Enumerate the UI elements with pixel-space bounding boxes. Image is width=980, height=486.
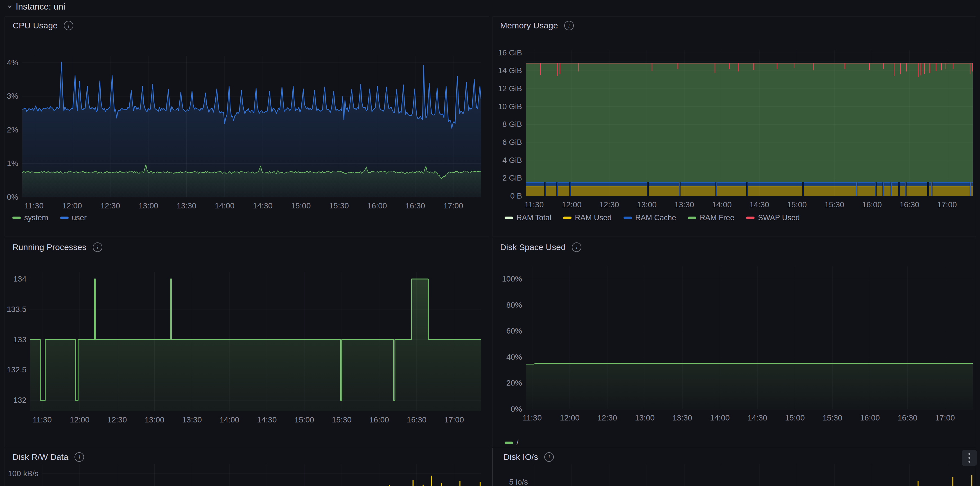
legend-item[interactable]: SWAP Used bbox=[746, 214, 800, 222]
svg-text:17:00: 17:00 bbox=[937, 200, 957, 209]
svg-text:133.5: 133.5 bbox=[7, 305, 26, 314]
legend-item[interactable]: / bbox=[504, 438, 519, 447]
disk-space-legend: / bbox=[504, 438, 519, 447]
svg-text:10 GiB: 10 GiB bbox=[498, 102, 522, 111]
legend-label: RAM Total bbox=[516, 214, 551, 222]
svg-text:11:30: 11:30 bbox=[525, 200, 544, 209]
svg-text:17:00: 17:00 bbox=[444, 201, 463, 210]
legend-color-swatch bbox=[504, 217, 513, 219]
panel-cpu-usage: CPU Usage i 0%1%2%3%4%11:3012:0012:3013:… bbox=[5, 16, 489, 237]
legend-item[interactable]: RAM Used bbox=[563, 214, 612, 222]
legend-item[interactable]: user bbox=[60, 214, 87, 222]
legend-color-swatch bbox=[60, 217, 68, 219]
legend-item[interactable]: RAM Cache bbox=[624, 214, 676, 222]
disk-io-chart[interactable]: 5 io/s bbox=[493, 448, 976, 486]
legend-item[interactable]: RAM Free bbox=[688, 214, 734, 222]
svg-text:12:00: 12:00 bbox=[62, 201, 82, 210]
legend-label: RAM Used bbox=[575, 214, 612, 222]
legend-color-swatch bbox=[504, 441, 513, 444]
svg-text:0%: 0% bbox=[511, 405, 522, 413]
svg-text:14:30: 14:30 bbox=[253, 201, 273, 210]
legend-label: SWAP Used bbox=[758, 214, 800, 222]
svg-text:13:00: 13:00 bbox=[635, 413, 654, 422]
svg-text:6 GiB: 6 GiB bbox=[503, 138, 522, 147]
disk-space-used-chart[interactable]: 0%20%40%60%80%100%11:3012:0012:3013:0013… bbox=[493, 238, 976, 447]
svg-text:11:30: 11:30 bbox=[24, 201, 44, 210]
legend-label: user bbox=[72, 214, 87, 222]
svg-text:16:30: 16:30 bbox=[407, 416, 426, 424]
svg-text:133: 133 bbox=[13, 335, 26, 344]
svg-text:1%: 1% bbox=[7, 159, 18, 167]
svg-text:16:00: 16:00 bbox=[862, 200, 881, 209]
svg-text:15:30: 15:30 bbox=[332, 416, 352, 424]
svg-text:13:00: 13:00 bbox=[138, 201, 158, 210]
svg-text:16:30: 16:30 bbox=[900, 200, 919, 209]
svg-text:16:00: 16:00 bbox=[367, 201, 387, 210]
svg-text:0%: 0% bbox=[7, 193, 18, 201]
svg-text:60%: 60% bbox=[506, 327, 522, 335]
svg-text:16:30: 16:30 bbox=[897, 413, 917, 422]
svg-text:11:30: 11:30 bbox=[33, 416, 52, 424]
svg-text:15:30: 15:30 bbox=[329, 201, 349, 210]
svg-text:14:30: 14:30 bbox=[257, 416, 277, 424]
running-processes-chart[interactable]: 132132.5133133.513411:3012:0012:3013:001… bbox=[5, 238, 489, 447]
svg-text:12:00: 12:00 bbox=[562, 200, 581, 209]
svg-text:16:30: 16:30 bbox=[406, 201, 425, 210]
svg-text:2%: 2% bbox=[7, 126, 18, 134]
svg-text:17:00: 17:00 bbox=[444, 416, 464, 424]
svg-text:13:30: 13:30 bbox=[675, 200, 694, 209]
panel-disk-rw-data: Disk R/W Data i 100 kB/s bbox=[5, 448, 489, 486]
cpu-usage-chart[interactable]: 0%1%2%3%4%11:3012:0012:3013:0013:3014:00… bbox=[5, 17, 489, 237]
legend-color-swatch bbox=[624, 217, 632, 219]
legend-color-swatch bbox=[563, 217, 571, 219]
svg-text:12:30: 12:30 bbox=[597, 413, 617, 422]
svg-text:15:30: 15:30 bbox=[824, 200, 844, 209]
svg-text:13:00: 13:00 bbox=[637, 200, 656, 209]
svg-text:40%: 40% bbox=[506, 353, 522, 362]
svg-text:12:00: 12:00 bbox=[70, 416, 89, 424]
legend-item[interactable]: system bbox=[13, 214, 48, 222]
svg-text:12 GiB: 12 GiB bbox=[498, 84, 522, 93]
svg-text:80%: 80% bbox=[506, 301, 522, 309]
svg-text:14:00: 14:00 bbox=[220, 416, 239, 424]
legend-label: system bbox=[24, 214, 48, 222]
svg-text:11:30: 11:30 bbox=[523, 413, 542, 422]
svg-text:12:30: 12:30 bbox=[107, 416, 127, 424]
legend-color-swatch bbox=[688, 217, 696, 219]
svg-text:12:30: 12:30 bbox=[599, 200, 619, 209]
cpu-legend: systemuser bbox=[13, 214, 87, 222]
svg-text:12:30: 12:30 bbox=[100, 201, 120, 210]
row-header-instance[interactable]: Instance: uni bbox=[7, 2, 65, 12]
svg-text:4%: 4% bbox=[7, 58, 18, 67]
svg-text:13:30: 13:30 bbox=[673, 413, 692, 422]
svg-text:100%: 100% bbox=[502, 274, 522, 283]
legend-item[interactable]: RAM Total bbox=[504, 214, 551, 222]
svg-text:15:00: 15:00 bbox=[785, 413, 805, 422]
legend-color-swatch bbox=[13, 217, 21, 219]
grafana-dashboard: Instance: uni CPU Usage i 0%1%2%3%4%11:3… bbox=[0, 0, 980, 486]
svg-text:132.5: 132.5 bbox=[7, 365, 26, 374]
svg-text:8 GiB: 8 GiB bbox=[503, 120, 522, 129]
panel-running-processes: Running Processes i 132132.5133133.51341… bbox=[5, 238, 489, 447]
svg-text:0 B: 0 B bbox=[510, 191, 522, 200]
memory-usage-chart[interactable]: 0 B2 GiB4 GiB6 GiB8 GiB10 GiB12 GiB14 Gi… bbox=[493, 17, 976, 237]
svg-text:12:00: 12:00 bbox=[560, 413, 579, 422]
svg-text:14:30: 14:30 bbox=[749, 200, 769, 209]
legend-label: RAM Cache bbox=[635, 214, 676, 222]
svg-text:20%: 20% bbox=[506, 379, 522, 387]
row-title: Instance: uni bbox=[16, 2, 65, 12]
legend-color-swatch bbox=[746, 217, 754, 219]
svg-text:14:00: 14:00 bbox=[712, 200, 732, 209]
svg-text:5 io/s: 5 io/s bbox=[509, 478, 528, 486]
svg-text:13:30: 13:30 bbox=[177, 201, 196, 210]
disk-rw-data-chart[interactable]: 100 kB/s bbox=[5, 448, 489, 486]
svg-text:13:30: 13:30 bbox=[182, 416, 202, 424]
svg-text:16:00: 16:00 bbox=[860, 413, 880, 422]
memory-legend: RAM TotalRAM UsedRAM CacheRAM FreeSWAP U… bbox=[504, 214, 800, 222]
svg-text:100 kB/s: 100 kB/s bbox=[8, 469, 38, 478]
panel-memory-usage: Memory Usage i 0 B2 GiB4 GiB6 GiB8 GiB10… bbox=[492, 16, 976, 237]
svg-text:2 GiB: 2 GiB bbox=[503, 174, 522, 182]
svg-text:15:00: 15:00 bbox=[787, 200, 807, 209]
svg-text:15:30: 15:30 bbox=[822, 413, 842, 422]
svg-text:14:00: 14:00 bbox=[710, 413, 730, 422]
